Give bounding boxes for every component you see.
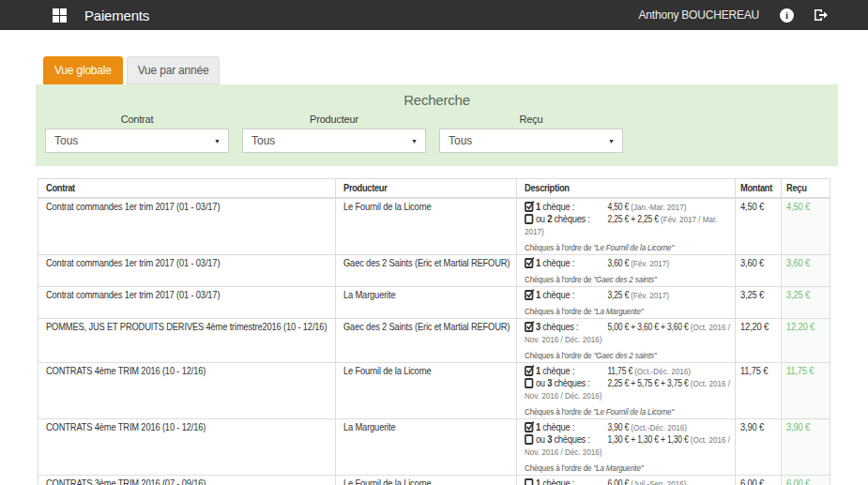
- column-header-recu: Reçu: [782, 179, 830, 199]
- user-name: Anthony BOUCHEREAU: [639, 8, 759, 22]
- montant-cell: 3,90 €: [736, 419, 782, 476]
- cheque-option: 1 chèque :3,90 € (Oct.-Déc. 2016): [525, 421, 731, 433]
- cheque-amount: 3,25 €: [607, 290, 631, 300]
- payments-table: ContratProducteurDescriptionMontantReçu …: [38, 178, 830, 485]
- contrat-cell: CONTRATS 3ème TRIM 2016 (07 - 09/16): [38, 476, 336, 485]
- search-panel: Recherche ContratTous▼ProducteurTous▼Reç…: [36, 84, 838, 166]
- tab-vue-par-annee[interactable]: Vue par année: [127, 56, 221, 84]
- description-cell: 1 chèque :3,25 € (Fév. 2017)Chèques à l'…: [517, 287, 736, 319]
- cheque-option: ou 2 chèques :2,25 € + 2,25 € (Fév. 2017…: [525, 213, 731, 237]
- info-icon[interactable]: i: [780, 8, 794, 23]
- description-cell: 1 chèque :4,50 € (Jan.-Mar. 2017)ou 2 ch…: [517, 198, 736, 255]
- table-header-row: ContratProducteurDescriptionMontantReçu: [38, 179, 830, 199]
- cheque-amount: 3,90 €: [607, 422, 631, 432]
- cheque-period: (Oct.-Déc. 2016): [634, 366, 691, 376]
- column-header-prod: Producteur: [336, 179, 517, 199]
- cheque-option: ou 3 chèques :2,25 € + 5,75 € + 3,75 € (…: [525, 377, 731, 402]
- top-bar: Paiements Anthony BOUCHEREAU i: [0, 0, 868, 30]
- checkbox-unchecked-icon: [525, 478, 533, 485]
- cheque-option: 3 chèques :5,00 € + 3,60 € + 3,60 € (Oct…: [525, 321, 731, 345]
- cheque-amount: 5,00 € + 3,60 € + 3,60 €: [607, 322, 690, 332]
- cheque-period: (Jan.-Mar. 2017): [631, 202, 686, 212]
- description-cell: 1 chèque :3,90 € (Oct.-Déc. 2016)ou 3 ch…: [517, 419, 736, 476]
- search-title: Recherche: [45, 92, 829, 108]
- table-row: CONTRATS 4ème TRIM 2016 (10 - 12/16)Le F…: [38, 363, 830, 419]
- description-cell: 3 chèques :5,00 € + 3,60 € + 3,60 € (Oct…: [517, 319, 736, 363]
- montant-cell: 6,00 €: [736, 476, 782, 485]
- cheque-period: (Fév. 2017): [631, 290, 669, 300]
- cheque-ordre-note: Chèques à l'ordre de "Gaec des 2 saints": [525, 274, 731, 284]
- tab-vue-globale[interactable]: Vue globale: [43, 56, 123, 84]
- column-header-contrat: Contrat: [38, 179, 336, 199]
- page-title: Paiements: [84, 8, 149, 23]
- recu-cell: 11,75 €: [782, 363, 830, 419]
- cheque-ordre-note: Chèques à l'ordre de "Le Fournil de la L…: [525, 406, 731, 417]
- checkbox-unchecked-icon: [525, 378, 533, 388]
- montant-cell: 3,25 €: [736, 287, 782, 319]
- cheque-option: 1 chèque :3,60 € (Fév. 2017): [525, 257, 731, 269]
- filter-select-contrat[interactable]: Tous▼: [45, 129, 229, 153]
- description-cell: 1 chèque :6,00 € (Juil.-Sep. 2016): [517, 476, 736, 485]
- table-row: CONTRATS 3ème TRIM 2016 (07 - 09/16)Le F…: [38, 476, 830, 485]
- table-row: Contrat commandes 1er trim 2017 (01 - 03…: [38, 287, 830, 319]
- contrat-cell: CONTRATS 4ème TRIM 2016 (10 - 12/16): [38, 363, 336, 419]
- cheque-amount: 2,25 € + 5,75 € + 3,75 €: [607, 378, 690, 388]
- cheque-amount: 4,50 €: [607, 202, 631, 212]
- contrat-cell: POMMES, JUS ET PRODUITS DERIVES 4ème tri…: [38, 319, 336, 363]
- cheque-option: ou 3 chèques :1,30 € + 1,30 € + 1,30 € (…: [525, 433, 731, 458]
- cheque-option: 1 chèque :6,00 € (Juil.-Sep. 2016): [525, 477, 731, 485]
- chevron-down-icon: ▼: [608, 138, 615, 144]
- recu-cell: 12,20 €: [782, 319, 830, 363]
- cheque-ordre-note: Chèques à l'ordre de "Le Fournil de la L…: [525, 242, 731, 252]
- column-header-mont: Montant: [736, 179, 782, 199]
- checkbox-unchecked-icon: [525, 214, 533, 224]
- producteur-cell: Le Fournil de la Licorne: [336, 476, 517, 485]
- filter-label: Producteur: [242, 114, 426, 125]
- cheque-period: (Juil.-Sep. 2016): [631, 478, 686, 485]
- contrat-cell: Contrat commandes 1er trim 2017 (01 - 03…: [38, 198, 336, 255]
- filter-select-reçu[interactable]: Tous▼: [439, 129, 623, 153]
- table-row: CONTRATS 4ème TRIM 2016 (10 - 12/16)La M…: [38, 419, 830, 476]
- cheque-period: (Fév. 2017): [631, 258, 669, 268]
- checkbox-checked-icon: [525, 202, 533, 212]
- montant-cell: 11,75 €: [736, 363, 782, 419]
- cheque-amount: 1,30 € + 1,30 € + 1,30 €: [607, 434, 690, 445]
- table-row: POMMES, JUS ET PRODUITS DERIVES 4ème tri…: [38, 319, 830, 363]
- description-cell: 1 chèque :11,75 € (Oct.-Déc. 2016)ou 3 c…: [517, 363, 736, 419]
- contrat-cell: Contrat commandes 1er trim 2017 (01 - 03…: [38, 287, 336, 319]
- contrat-cell: Contrat commandes 1er trim 2017 (01 - 03…: [38, 255, 336, 287]
- producteur-cell: Gaec des 2 Saints (Eric et Martial REFOU…: [336, 255, 517, 287]
- filter-select-producteur[interactable]: Tous▼: [242, 129, 426, 153]
- checkbox-unchecked-icon: [525, 434, 533, 445]
- contrat-cell: CONTRATS 4ème TRIM 2016 (10 - 12/16): [38, 419, 336, 476]
- cheque-amount: 11,75 €: [607, 366, 634, 376]
- checkbox-checked-icon: [525, 258, 533, 268]
- recu-cell: 3,25 €: [782, 287, 830, 319]
- cheque-ordre-note: Chèques à l'ordre de "La Marguerite": [525, 306, 731, 316]
- chevron-down-icon: ▼: [411, 138, 418, 144]
- table-row: Contrat commandes 1er trim 2017 (01 - 03…: [38, 255, 830, 287]
- producteur-cell: Le Fournil de la Licorne: [336, 198, 517, 255]
- producteur-cell: Gaec des 2 Saints (Eric et Martial REFOU…: [336, 319, 517, 363]
- recu-cell: 6,00 €: [782, 476, 830, 485]
- view-tabs: Vue globaleVue par année: [43, 56, 830, 84]
- column-header-desc: Description: [517, 179, 736, 199]
- chevron-down-icon: ▼: [214, 138, 221, 144]
- cheque-option: 1 chèque :4,50 € (Jan.-Mar. 2017): [525, 201, 731, 213]
- cheque-period: (Oct.-Déc. 2016): [631, 422, 687, 432]
- checkbox-checked-icon: [525, 366, 533, 376]
- table-row: Contrat commandes 1er trim 2017 (01 - 03…: [38, 198, 830, 255]
- recu-cell: 3,60 €: [782, 255, 830, 287]
- montant-cell: 3,60 €: [736, 255, 782, 287]
- cheque-amount: 2,25 € + 2,25 €: [607, 214, 661, 224]
- recu-cell: 4,50 €: [782, 198, 830, 255]
- montant-cell: 4,50 €: [736, 198, 782, 255]
- filter-label: Reçu: [439, 114, 623, 125]
- apps-grid-icon[interactable]: [53, 8, 67, 23]
- cheque-option: 1 chèque :3,25 € (Fév. 2017): [525, 289, 731, 301]
- producteur-cell: La Marguerite: [336, 287, 517, 319]
- recu-cell: 3,90 €: [782, 419, 830, 476]
- logout-icon[interactable]: [813, 8, 828, 23]
- filter-label: Contrat: [45, 114, 229, 125]
- producteur-cell: La Marguerite: [336, 419, 517, 476]
